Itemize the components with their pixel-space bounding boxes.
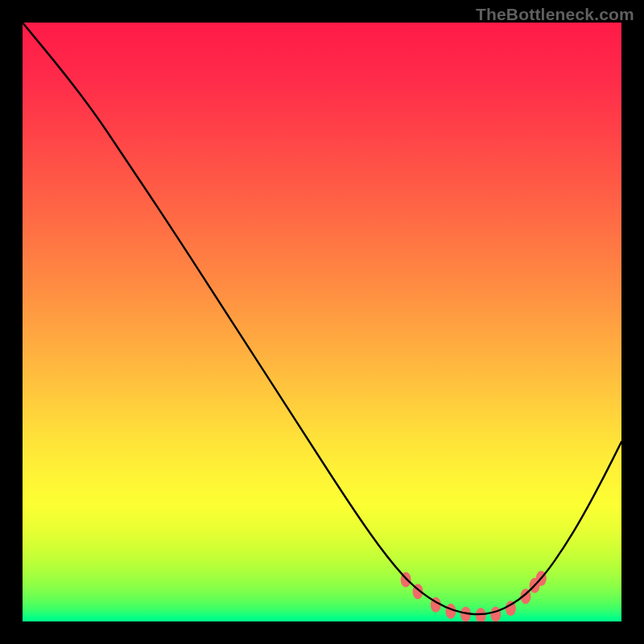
background-gradient xyxy=(23,23,621,621)
watermark-text: TheBottleneck.com xyxy=(476,5,634,24)
plot-area xyxy=(23,23,621,621)
svg-rect-0 xyxy=(23,23,621,621)
chart-stage: TheBottleneck.com xyxy=(0,0,644,644)
